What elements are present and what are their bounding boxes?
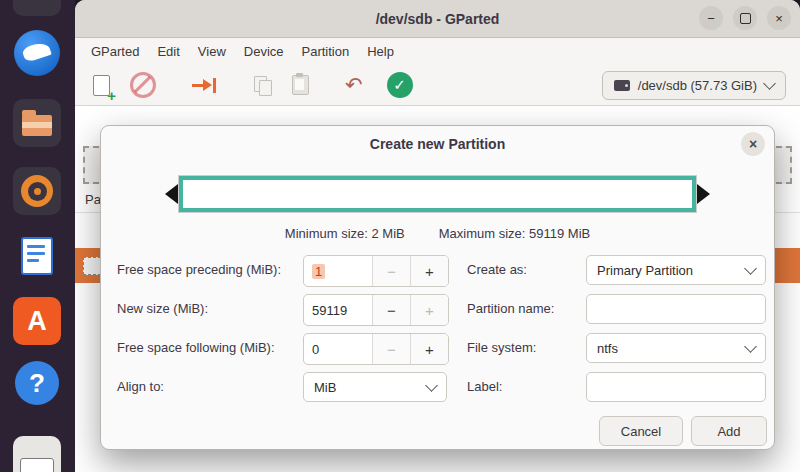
copy-icon bbox=[254, 76, 272, 95]
window-title: /dev/sdb - GParted bbox=[75, 11, 800, 27]
cancel-button[interactable]: Cancel bbox=[599, 416, 683, 446]
partition-name-field-wrap bbox=[586, 294, 766, 324]
minimize-button[interactable]: − bbox=[699, 6, 723, 30]
apply-check-icon: ✓ bbox=[387, 72, 413, 98]
dock: A ? bbox=[0, 0, 75, 472]
partition-name-input[interactable] bbox=[586, 294, 766, 324]
resize-move-button[interactable] bbox=[192, 76, 218, 94]
menu-partition[interactable]: Partition bbox=[293, 40, 359, 63]
create-as-value: Primary Partition bbox=[597, 263, 693, 278]
menu-device[interactable]: Device bbox=[235, 40, 293, 63]
create-as-label: Create as: bbox=[467, 255, 527, 285]
dock-item-partial-bottom[interactable] bbox=[13, 436, 61, 472]
lens-icon bbox=[21, 175, 53, 207]
window-controls: − × bbox=[699, 6, 791, 30]
partition-name-label: Partition name: bbox=[467, 294, 554, 324]
chevron-down-icon bbox=[744, 262, 757, 275]
spin-minus-button[interactable]: − bbox=[372, 256, 410, 286]
gparted-window: /dev/sdb - GParted − × GParted Edit View… bbox=[75, 0, 800, 472]
free-space-preceding-spinner: 1 − + bbox=[303, 255, 447, 285]
free-space-preceding-label: Free space preceding (MiB): bbox=[117, 255, 281, 285]
align-to-value: MiB bbox=[314, 380, 336, 395]
resize-arrow-icon bbox=[192, 76, 218, 94]
label-label: Label: bbox=[467, 372, 502, 402]
dock-item-help[interactable]: ? bbox=[0, 361, 75, 409]
label-field-wrap bbox=[586, 372, 766, 402]
minimum-size-label: Minimum size: 2 MiB bbox=[285, 226, 405, 241]
file-system-label: File system: bbox=[467, 333, 536, 363]
dock-item-partial-top[interactable] bbox=[13, 0, 61, 16]
folder-icon bbox=[22, 115, 52, 136]
chevron-down-icon bbox=[744, 340, 757, 353]
add-button[interactable]: Add bbox=[691, 416, 767, 446]
apply-button[interactable]: ✓ bbox=[387, 72, 413, 98]
dock-item-app-center[interactable]: A bbox=[13, 297, 61, 345]
close-button[interactable]: × bbox=[767, 6, 791, 30]
paste-icon bbox=[292, 75, 309, 95]
dock-item-document[interactable] bbox=[13, 232, 61, 280]
menu-edit[interactable]: Edit bbox=[148, 40, 188, 63]
size-limits: Minimum size: 2 MiB Maximum size: 59119 … bbox=[101, 226, 774, 241]
maximize-icon bbox=[740, 13, 751, 24]
spin-minus-button[interactable]: − bbox=[372, 334, 410, 364]
help-icon: ? bbox=[15, 361, 59, 405]
maximum-size-label: Maximum size: 59119 MiB bbox=[439, 226, 590, 241]
spin-plus-button[interactable]: + bbox=[410, 295, 448, 325]
new-size-value[interactable]: 59119 bbox=[304, 295, 372, 325]
spin-plus-button[interactable]: + bbox=[410, 334, 448, 364]
slider-left-handle-icon[interactable] bbox=[165, 184, 178, 204]
menubar: GParted Edit View Device Partition Help bbox=[75, 38, 800, 65]
menu-help[interactable]: Help bbox=[358, 40, 403, 63]
free-space-preceding-value[interactable]: 1 bbox=[304, 256, 372, 286]
drive-icon bbox=[614, 80, 630, 91]
new-size-label: New size (MiB): bbox=[117, 294, 208, 324]
screen: A ? /dev/sdb - GParted − × GParted Edit … bbox=[0, 0, 800, 472]
device-selector[interactable]: /dev/sdb (57.73 GiB) bbox=[602, 71, 786, 100]
undo-icon: ↶ bbox=[345, 76, 363, 94]
maximize-button[interactable] bbox=[733, 6, 757, 30]
copy-button[interactable] bbox=[254, 76, 272, 95]
new-size-spinner: 59119 − + bbox=[303, 294, 447, 324]
new-partition-icon: + bbox=[93, 75, 110, 96]
paste-button[interactable] bbox=[292, 75, 309, 95]
align-to-label: Align to: bbox=[117, 372, 164, 402]
align-to-dropdown[interactable]: MiB bbox=[303, 372, 447, 402]
undo-button[interactable]: ↶ bbox=[345, 76, 363, 94]
toolbar: + bbox=[75, 65, 800, 106]
dock-item-files[interactable] bbox=[13, 99, 61, 147]
slider-right-handle-icon[interactable] bbox=[697, 184, 710, 204]
chevron-down-icon bbox=[425, 379, 438, 392]
titlebar: /dev/sdb - GParted − × bbox=[75, 0, 800, 38]
file-system-value: ntfs bbox=[597, 341, 618, 356]
partition-size-slider bbox=[165, 172, 710, 216]
document-icon bbox=[21, 237, 53, 275]
gparted-icon bbox=[20, 458, 54, 472]
menu-gparted[interactable]: GParted bbox=[82, 40, 148, 63]
chevron-down-icon bbox=[763, 77, 776, 90]
file-system-dropdown[interactable]: ntfs bbox=[586, 333, 766, 363]
dialog-close-button[interactable]: × bbox=[741, 132, 765, 156]
delete-partition-button[interactable] bbox=[130, 72, 156, 98]
menu-view[interactable]: View bbox=[189, 40, 235, 63]
spin-plus-button[interactable]: + bbox=[410, 256, 448, 286]
dock-item-media[interactable] bbox=[13, 167, 61, 215]
spin-minus-button[interactable]: − bbox=[372, 295, 410, 325]
device-selector-label: /dev/sdb (57.73 GiB) bbox=[638, 78, 757, 93]
create-as-dropdown[interactable]: Primary Partition bbox=[586, 255, 766, 285]
create-partition-dialog: Create new Partition × Minimum size: 2 M… bbox=[100, 125, 775, 450]
delete-icon bbox=[130, 72, 156, 98]
new-partition-button[interactable]: + bbox=[93, 75, 110, 96]
slider-bar[interactable] bbox=[179, 176, 696, 212]
unallocated-swatch-icon bbox=[83, 257, 101, 275]
dialog-title: Create new Partition bbox=[370, 136, 505, 152]
mail-app-icon bbox=[14, 30, 60, 76]
free-space-following-label: Free space following (MiB): bbox=[117, 333, 275, 363]
dock-item-mail[interactable] bbox=[0, 30, 75, 78]
app-center-icon: A bbox=[27, 306, 47, 337]
dialog-titlebar: Create new Partition × bbox=[101, 126, 774, 162]
free-space-following-value[interactable]: 0 bbox=[304, 334, 372, 364]
free-space-following-spinner: 0 − + bbox=[303, 333, 447, 363]
label-input[interactable] bbox=[586, 372, 766, 402]
